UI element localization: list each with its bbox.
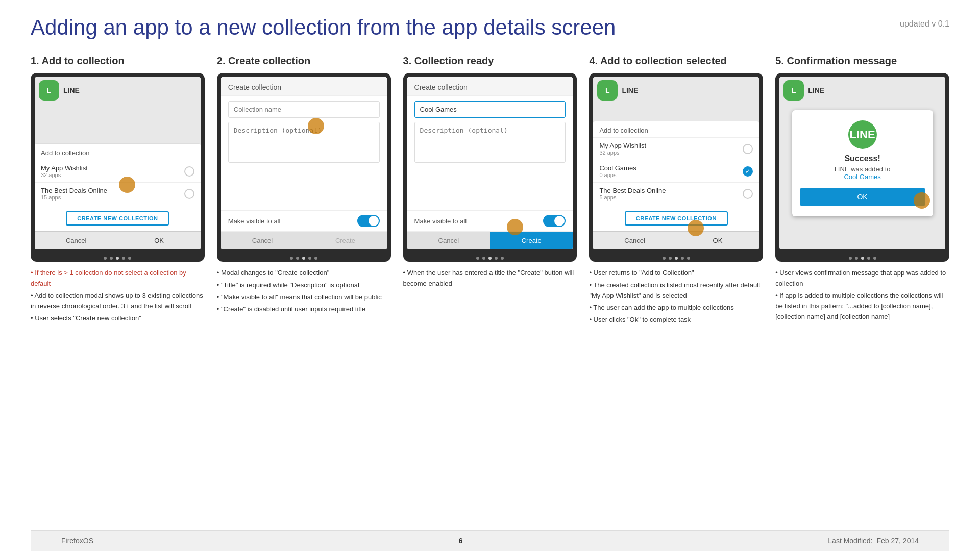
collection-item-4-2[interactable]: Cool Games 0 apps ✓ <box>593 160 759 183</box>
step-5-screen: L LINE LINE Success! LINE was added to C… <box>779 77 945 249</box>
col-name-4-2: Cool Games <box>599 164 636 172</box>
step-1-column: 1. Add to collection L LINE Add to colle… <box>31 55 205 530</box>
dot <box>681 257 684 260</box>
step-4-description: • User returns to "Add to Collection" • … <box>589 268 763 327</box>
create-collection-modal-3: Create collection Make visible to all <box>407 77 573 249</box>
phone-dots-3 <box>403 254 577 262</box>
success-collection-link[interactable]: Cool Games <box>844 173 880 181</box>
name-field-row <box>228 101 380 118</box>
collection-item-1[interactable]: My App Wishlist 32 apps <box>35 160 201 183</box>
step-1-phone: L LINE Add to collection My App Wishlist… <box>31 73 205 262</box>
checkmark-4-2[interactable]: ✓ <box>743 166 753 177</box>
name-field-row-3 <box>414 101 566 118</box>
success-line-icon: LINE <box>848 120 877 149</box>
collection-item-2[interactable]: The Best Deals Online 15 apps <box>35 183 201 205</box>
desc-field-row-3 <box>414 122 566 165</box>
success-title: Success! <box>800 154 925 163</box>
collection-count-1: 32 apps <box>41 172 88 178</box>
col-count-4-1: 32 apps <box>599 149 646 156</box>
dot <box>495 257 498 260</box>
desc-field-row <box>228 122 380 165</box>
app-header-4: L LINE <box>593 77 759 104</box>
create-new-collection-btn-4[interactable]: CREATE NEW COLLECTION <box>625 211 728 226</box>
step-3-screen: Create collection Make visible to all <box>407 77 573 249</box>
col-name-4-1: My App Wishlist <box>599 142 646 149</box>
add-to-collection-modal: Add to collection My App Wishlist 32 app… <box>35 143 201 249</box>
ok-btn-1[interactable]: OK <box>117 231 200 249</box>
success-modal: LINE Success! LINE was added to Cool Gam… <box>792 110 933 216</box>
dot <box>873 257 876 260</box>
line-app-icon: L <box>39 80 59 101</box>
step-5-column: 5. Confirmation message L LINE LINE Succ… <box>775 55 949 530</box>
step-5-title: 5. Confirmation message <box>775 55 949 67</box>
dot <box>308 257 311 260</box>
app-header: L LINE <box>35 77 201 104</box>
dot <box>855 257 858 260</box>
app-header-5: L LINE <box>779 77 945 104</box>
line-app-name-4: LINE <box>622 86 638 94</box>
dot-active <box>116 257 119 260</box>
collection-item-4-3[interactable]: The Best Deals Online 5 apps <box>593 183 759 205</box>
step-2-column: 2. Create collection Create collection <box>217 55 391 530</box>
dot-active <box>488 257 492 260</box>
create-btn-row-3: Cancel Create <box>407 231 573 249</box>
line-app-name-5: LINE <box>808 86 824 94</box>
create-collection-modal-2: Create collection Make visible to all <box>221 77 387 249</box>
step-3-description: • When the user has entered a title the … <box>403 268 577 291</box>
step-2-description: • Modal changes to "Create collection" •… <box>217 268 391 316</box>
step-2-title: 2. Create collection <box>217 55 391 67</box>
dot <box>296 257 299 260</box>
collection-desc-input-3[interactable] <box>414 122 566 163</box>
dot <box>110 257 113 260</box>
create-new-collection-btn-1[interactable]: CREATE NEW COLLECTION <box>66 211 169 226</box>
dot <box>867 257 870 260</box>
collection-name-input-2[interactable] <box>228 101 380 118</box>
footer-date-section: Last Modified: Feb 27, 2014 <box>828 537 919 545</box>
dot <box>314 257 317 260</box>
modal-buttons-4: Cancel OK <box>593 231 759 249</box>
toggle-switch-3[interactable] <box>543 215 566 227</box>
step-2-screen: Create collection Make visible to all <box>221 77 387 249</box>
line-app-name: LINE <box>63 86 80 94</box>
add-to-collection-modal-4: Add to collection My App Wishlist 32 app… <box>593 121 759 249</box>
collection-desc-input-2[interactable] <box>228 122 380 163</box>
cancel-btn-3[interactable]: Cancel <box>407 232 490 249</box>
ok-btn-5[interactable]: OK <box>800 188 925 206</box>
step-3-phone: Create collection Make visible to all <box>403 73 577 262</box>
dot-active <box>675 257 678 260</box>
toggle-switch-2[interactable] <box>357 215 380 227</box>
dot <box>669 257 672 260</box>
toggle-row-3: Make visible to all <box>407 210 573 231</box>
collection-name-input-3[interactable] <box>414 101 566 118</box>
toggle-row-2: Make visible to all <box>221 210 387 231</box>
radio-4-3[interactable] <box>743 189 753 199</box>
collection-name-2: The Best Deals Online <box>41 187 107 194</box>
cancel-btn-4[interactable]: Cancel <box>593 231 676 249</box>
create-btn-2[interactable]: Create <box>304 232 386 249</box>
collection-name-1: My App Wishlist <box>41 164 88 172</box>
page-title: Adding an app to a new collection from t… <box>31 15 616 40</box>
step-4-phone: L LINE Add to collection My App Wishlist… <box>589 73 763 262</box>
dot <box>122 257 125 260</box>
footer-page-num: 6 <box>459 537 463 545</box>
version-label: updated v 0.1 <box>900 19 949 29</box>
radio-4-1[interactable] <box>743 144 753 154</box>
step-5-phone: L LINE LINE Success! LINE was added to C… <box>775 73 949 262</box>
col-count-4-2: 0 apps <box>599 172 636 178</box>
radio-1[interactable] <box>184 166 194 177</box>
success-subtitle: LINE was added to Cool Games <box>800 165 925 181</box>
radio-2[interactable] <box>184 189 194 199</box>
page-footer: FirefoxOS 6 Last Modified: Feb 27, 2014 <box>31 530 949 551</box>
ok-btn-4[interactable]: OK <box>676 231 759 249</box>
create-btn-3[interactable]: Create <box>490 232 573 249</box>
cancel-btn-1[interactable]: Cancel <box>35 231 117 249</box>
cancel-btn-2[interactable]: Cancel <box>221 232 304 249</box>
steps-container: 1. Add to collection L LINE Add to colle… <box>31 55 949 530</box>
step-4-title: 4. Add to collection selected <box>589 55 763 67</box>
create-modal-title-3: Create collection <box>407 77 573 96</box>
collection-item-4-1[interactable]: My App Wishlist 32 apps <box>593 138 759 160</box>
form-section-2 <box>221 96 387 210</box>
col-name-4-3: The Best Deals Online <box>599 187 666 194</box>
modal-title-1: Add to collection <box>35 144 201 160</box>
create-modal-title-2: Create collection <box>221 77 387 96</box>
